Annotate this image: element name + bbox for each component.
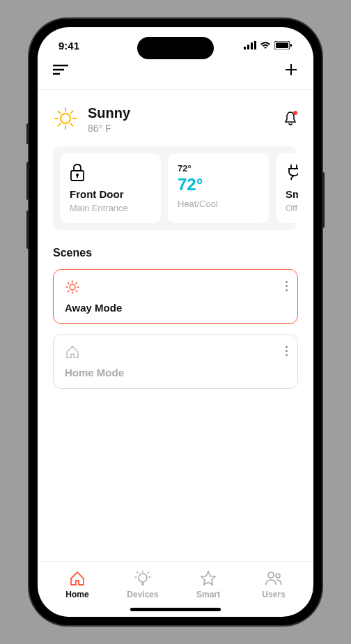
scenes-heading: Scenes <box>53 247 298 259</box>
scene-label: Away Mode <box>65 302 286 314</box>
svg-line-19 <box>58 123 60 125</box>
scene-label: Home Mode <box>65 367 286 378</box>
scene-away-mode[interactable]: Away Mode <box>53 269 298 324</box>
svg-line-29 <box>68 283 69 284</box>
notification-dot <box>293 111 297 115</box>
svg-line-20 <box>71 111 73 113</box>
svg-line-31 <box>68 291 69 291</box>
thermostat-small: 72° <box>178 163 259 174</box>
add-icon[interactable] <box>284 63 298 79</box>
device-card-thermostat[interactable]: 72° 72° Heat/Cool <box>168 153 269 223</box>
weather-row: Sunny 86° F <box>53 90 298 146</box>
scene-home-mode[interactable]: Home Mode <box>53 334 298 389</box>
menu-icon[interactable] <box>53 64 68 78</box>
more-icon[interactable] <box>286 281 288 291</box>
card-subtitle: Main Entrance <box>70 203 151 213</box>
home-indicator[interactable] <box>130 608 221 611</box>
more-icon[interactable] <box>286 346 288 356</box>
card-subtitle: Heat/Cool <box>178 199 259 209</box>
weather-temp: 86° F <box>88 123 130 134</box>
notifications-button[interactable] <box>283 111 298 129</box>
sun-icon <box>53 106 78 134</box>
card-title: Front Door <box>70 188 151 200</box>
tab-smart[interactable]: Smart <box>176 570 241 599</box>
device-cards[interactable]: Front Door Main Entrance 72° 72° Heat/Co… <box>53 146 298 230</box>
card-subtitle: Off <box>286 203 298 213</box>
battery-icon <box>274 40 292 52</box>
svg-point-42 <box>276 574 280 578</box>
tab-home[interactable]: Home <box>45 570 110 599</box>
svg-point-12 <box>61 114 70 123</box>
tab-users[interactable]: Users <box>241 570 306 599</box>
svg-line-39 <box>137 572 139 574</box>
svg-point-41 <box>268 572 274 578</box>
device-card-plug[interactable]: Smart Plug Off <box>276 153 298 223</box>
tab-label: Users <box>262 590 285 599</box>
phone-frame: 9:41 <box>29 19 322 625</box>
svg-rect-1 <box>247 45 249 49</box>
users-icon <box>265 570 283 587</box>
svg-line-18 <box>71 123 73 125</box>
notch <box>137 37 214 59</box>
thermostat-big: 72° <box>178 175 259 194</box>
weather-text: Sunny 86° F <box>88 105 130 134</box>
tab-bar: Home Devices Smart Users <box>38 561 313 605</box>
signal-icon <box>244 40 256 52</box>
tab-label: Home <box>65 590 88 599</box>
content: Sunny 86° F Front Door Main Entrance <box>38 90 313 561</box>
wifi-icon <box>260 40 271 52</box>
status-time: 9:41 <box>58 40 79 52</box>
svg-rect-2 <box>251 43 253 49</box>
svg-rect-3 <box>254 41 256 49</box>
home-icon <box>69 570 86 587</box>
device-card-lock[interactable]: Front Door Main Entrance <box>60 153 161 223</box>
svg-rect-0 <box>244 47 246 49</box>
lock-icon <box>70 163 151 183</box>
home-icon <box>65 344 286 360</box>
tab-label: Smart <box>196 590 220 599</box>
weather-condition: Sunny <box>88 105 130 121</box>
svg-line-32 <box>76 283 77 284</box>
svg-line-17 <box>58 111 60 113</box>
svg-point-33 <box>139 574 147 582</box>
tab-label: Devices <box>127 590 158 599</box>
sun-icon <box>65 279 286 295</box>
svg-line-40 <box>148 572 149 574</box>
card-title: Smart Plug <box>286 188 298 200</box>
star-icon <box>200 570 217 587</box>
tab-devices[interactable]: Devices <box>110 570 176 599</box>
svg-rect-6 <box>290 44 292 47</box>
svg-line-30 <box>76 291 77 291</box>
bulb-icon <box>134 570 151 587</box>
top-bar <box>38 57 313 90</box>
svg-point-24 <box>70 284 75 290</box>
svg-rect-5 <box>276 43 288 48</box>
screen: 9:41 <box>38 27 313 617</box>
plug-icon <box>286 163 298 183</box>
